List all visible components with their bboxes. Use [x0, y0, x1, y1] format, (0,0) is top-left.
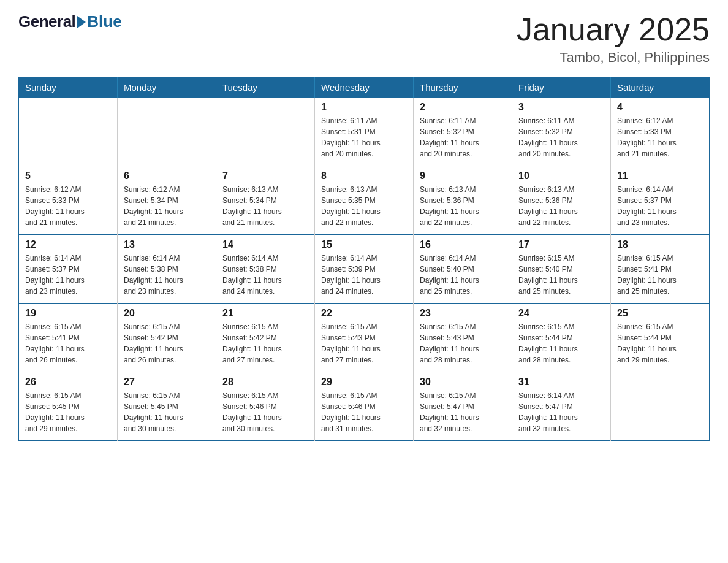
calendar-cell — [118, 98, 216, 166]
calendar-cell: 13Sunrise: 6:14 AM Sunset: 5:38 PM Dayli… — [118, 235, 216, 304]
day-info: Sunrise: 6:14 AM Sunset: 5:38 PM Dayligh… — [124, 253, 210, 297]
day-info: Sunrise: 6:15 AM Sunset: 5:45 PM Dayligh… — [25, 390, 111, 434]
calendar-cell: 1Sunrise: 6:11 AM Sunset: 5:31 PM Daylig… — [315, 98, 414, 166]
day-number: 25 — [617, 308, 703, 319]
day-number: 10 — [518, 170, 604, 182]
calendar-week-row: 5Sunrise: 6:12 AM Sunset: 5:33 PM Daylig… — [19, 166, 710, 235]
header-day-thursday: Thursday — [414, 77, 512, 98]
calendar-cell: 11Sunrise: 6:14 AM Sunset: 5:37 PM Dayli… — [611, 166, 710, 235]
day-number: 2 — [420, 102, 506, 113]
day-number: 17 — [518, 239, 604, 250]
day-info: Sunrise: 6:15 AM Sunset: 5:47 PM Dayligh… — [420, 390, 506, 434]
day-number: 1 — [321, 102, 407, 113]
calendar-cell: 18Sunrise: 6:15 AM Sunset: 5:41 PM Dayli… — [611, 235, 710, 304]
day-number: 24 — [518, 308, 604, 319]
calendar-cell: 24Sunrise: 6:15 AM Sunset: 5:44 PM Dayli… — [512, 304, 611, 372]
day-number: 23 — [420, 308, 506, 319]
calendar-week-row: 19Sunrise: 6:15 AM Sunset: 5:41 PM Dayli… — [19, 304, 710, 372]
day-number: 3 — [518, 102, 604, 113]
calendar-cell: 20Sunrise: 6:15 AM Sunset: 5:42 PM Dayli… — [118, 304, 216, 372]
header-day-saturday: Saturday — [611, 77, 710, 98]
calendar-cell: 15Sunrise: 6:14 AM Sunset: 5:39 PM Dayli… — [315, 235, 414, 304]
day-info: Sunrise: 6:15 AM Sunset: 5:41 PM Dayligh… — [617, 253, 703, 297]
day-info: Sunrise: 6:14 AM Sunset: 5:37 PM Dayligh… — [617, 184, 703, 228]
day-number: 16 — [420, 239, 506, 250]
calendar-cell: 30Sunrise: 6:15 AM Sunset: 5:47 PM Dayli… — [414, 372, 512, 441]
day-number: 8 — [321, 170, 407, 182]
calendar-table: SundayMondayTuesdayWednesdayThursdayFrid… — [18, 77, 710, 441]
calendar-cell: 2Sunrise: 6:11 AM Sunset: 5:32 PM Daylig… — [414, 98, 512, 166]
day-number: 13 — [124, 239, 210, 250]
header-day-tuesday: Tuesday — [216, 77, 315, 98]
page-header: General Blue January 2025 Tambo, Bicol, … — [18, 12, 710, 66]
logo-general-text: General — [18, 12, 75, 31]
calendar-cell: 29Sunrise: 6:15 AM Sunset: 5:46 PM Dayli… — [315, 372, 414, 441]
day-info: Sunrise: 6:15 AM Sunset: 5:43 PM Dayligh… — [321, 321, 407, 366]
day-info: Sunrise: 6:11 AM Sunset: 5:32 PM Dayligh… — [518, 115, 604, 159]
calendar-cell: 9Sunrise: 6:13 AM Sunset: 5:36 PM Daylig… — [414, 166, 512, 235]
header-day-friday: Friday — [512, 77, 611, 98]
location-title: Tambo, Bicol, Philippines — [517, 50, 710, 66]
day-number: 22 — [321, 308, 407, 319]
day-info: Sunrise: 6:11 AM Sunset: 5:31 PM Dayligh… — [321, 115, 407, 159]
day-number: 6 — [124, 170, 210, 182]
day-info: Sunrise: 6:15 AM Sunset: 5:46 PM Dayligh… — [222, 390, 308, 434]
day-info: Sunrise: 6:15 AM Sunset: 5:44 PM Dayligh… — [518, 321, 604, 366]
calendar-week-row: 26Sunrise: 6:15 AM Sunset: 5:45 PM Dayli… — [19, 372, 710, 441]
day-number: 20 — [124, 308, 210, 319]
day-info: Sunrise: 6:13 AM Sunset: 5:36 PM Dayligh… — [420, 184, 506, 228]
calendar-cell — [216, 98, 315, 166]
calendar-cell: 16Sunrise: 6:14 AM Sunset: 5:40 PM Dayli… — [414, 235, 512, 304]
calendar-cell — [611, 372, 710, 441]
day-info: Sunrise: 6:15 AM Sunset: 5:42 PM Dayligh… — [124, 321, 210, 366]
calendar-week-row: 1Sunrise: 6:11 AM Sunset: 5:31 PM Daylig… — [19, 98, 710, 166]
day-number: 26 — [25, 377, 111, 388]
day-info: Sunrise: 6:14 AM Sunset: 5:38 PM Dayligh… — [222, 253, 308, 297]
day-number: 28 — [222, 377, 308, 388]
day-info: Sunrise: 6:13 AM Sunset: 5:35 PM Dayligh… — [321, 184, 407, 228]
day-info: Sunrise: 6:13 AM Sunset: 5:34 PM Dayligh… — [222, 184, 308, 228]
day-info: Sunrise: 6:15 AM Sunset: 5:41 PM Dayligh… — [25, 321, 111, 366]
day-number: 11 — [617, 170, 703, 182]
calendar-cell: 17Sunrise: 6:15 AM Sunset: 5:40 PM Dayli… — [512, 235, 611, 304]
calendar-cell: 5Sunrise: 6:12 AM Sunset: 5:33 PM Daylig… — [19, 166, 118, 235]
calendar-cell: 8Sunrise: 6:13 AM Sunset: 5:35 PM Daylig… — [315, 166, 414, 235]
calendar-cell: 4Sunrise: 6:12 AM Sunset: 5:33 PM Daylig… — [611, 98, 710, 166]
day-info: Sunrise: 6:14 AM Sunset: 5:47 PM Dayligh… — [518, 390, 604, 434]
day-info: Sunrise: 6:15 AM Sunset: 5:44 PM Dayligh… — [617, 321, 703, 366]
calendar-cell: 7Sunrise: 6:13 AM Sunset: 5:34 PM Daylig… — [216, 166, 315, 235]
day-number: 7 — [222, 170, 308, 182]
day-info: Sunrise: 6:12 AM Sunset: 5:33 PM Dayligh… — [617, 115, 703, 159]
logo-triangle-icon — [77, 16, 86, 28]
calendar-cell: 12Sunrise: 6:14 AM Sunset: 5:37 PM Dayli… — [19, 235, 118, 304]
day-info: Sunrise: 6:15 AM Sunset: 5:45 PM Dayligh… — [124, 390, 210, 434]
day-info: Sunrise: 6:15 AM Sunset: 5:40 PM Dayligh… — [518, 253, 604, 297]
logo: General Blue — [18, 12, 122, 31]
day-info: Sunrise: 6:15 AM Sunset: 5:42 PM Dayligh… — [222, 321, 308, 366]
day-number: 30 — [420, 377, 506, 388]
day-info: Sunrise: 6:12 AM Sunset: 5:33 PM Dayligh… — [25, 184, 111, 228]
calendar-cell: 26Sunrise: 6:15 AM Sunset: 5:45 PM Dayli… — [19, 372, 118, 441]
calendar-cell: 25Sunrise: 6:15 AM Sunset: 5:44 PM Dayli… — [611, 304, 710, 372]
calendar-header: SundayMondayTuesdayWednesdayThursdayFrid… — [19, 77, 710, 98]
calendar-cell — [19, 98, 118, 166]
day-info: Sunrise: 6:15 AM Sunset: 5:43 PM Dayligh… — [420, 321, 506, 366]
calendar-cell: 14Sunrise: 6:14 AM Sunset: 5:38 PM Dayli… — [216, 235, 315, 304]
calendar-cell: 10Sunrise: 6:13 AM Sunset: 5:36 PM Dayli… — [512, 166, 611, 235]
calendar-cell: 27Sunrise: 6:15 AM Sunset: 5:45 PM Dayli… — [118, 372, 216, 441]
calendar-cell: 21Sunrise: 6:15 AM Sunset: 5:42 PM Dayli… — [216, 304, 315, 372]
calendar-cell: 22Sunrise: 6:15 AM Sunset: 5:43 PM Dayli… — [315, 304, 414, 372]
day-number: 18 — [617, 239, 703, 250]
day-info: Sunrise: 6:11 AM Sunset: 5:32 PM Dayligh… — [420, 115, 506, 159]
month-title: January 2025 — [517, 12, 710, 47]
day-number: 21 — [222, 308, 308, 319]
calendar-week-row: 12Sunrise: 6:14 AM Sunset: 5:37 PM Dayli… — [19, 235, 710, 304]
header-day-wednesday: Wednesday — [315, 77, 414, 98]
day-number: 15 — [321, 239, 407, 250]
day-info: Sunrise: 6:14 AM Sunset: 5:37 PM Dayligh… — [25, 253, 111, 297]
header-day-monday: Monday — [118, 77, 216, 98]
day-info: Sunrise: 6:14 AM Sunset: 5:39 PM Dayligh… — [321, 253, 407, 297]
calendar-cell: 3Sunrise: 6:11 AM Sunset: 5:32 PM Daylig… — [512, 98, 611, 166]
calendar-cell: 28Sunrise: 6:15 AM Sunset: 5:46 PM Dayli… — [216, 372, 315, 441]
day-number: 12 — [25, 239, 111, 250]
